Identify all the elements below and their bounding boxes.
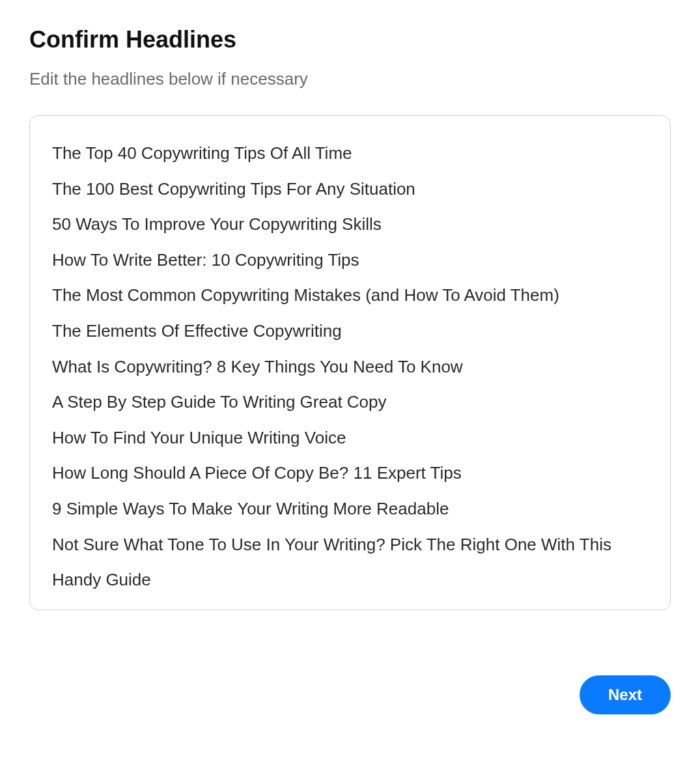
page-subtitle: Edit the headlines below if necessary [29, 69, 671, 89]
page-title: Confirm Headlines [29, 26, 671, 53]
footer-bar: Next [29, 675, 671, 714]
headlines-editor[interactable]: The Top 40 Copywriting Tips Of All Time … [29, 115, 671, 610]
next-button[interactable]: Next [580, 675, 671, 714]
